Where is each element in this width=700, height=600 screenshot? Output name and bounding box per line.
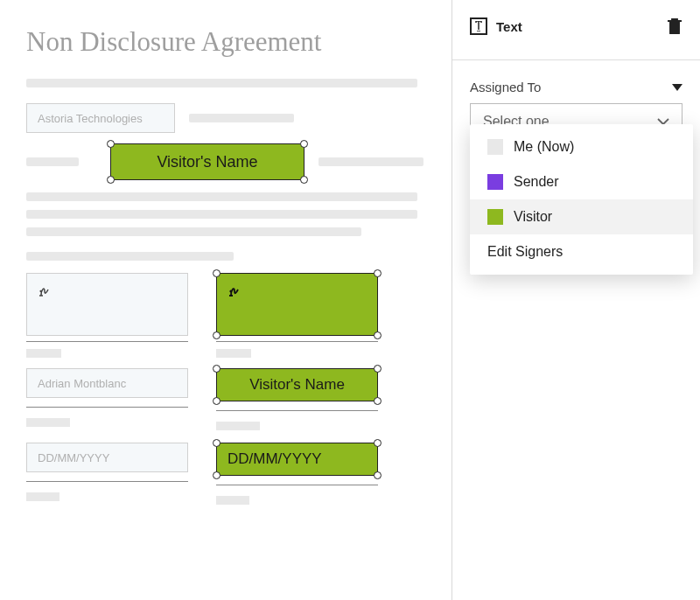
underline xyxy=(216,341,378,342)
text-line xyxy=(26,418,70,427)
resize-handle[interactable] xyxy=(213,397,220,405)
signature-icon xyxy=(228,283,254,300)
company-input[interactable]: Astoria Technologies xyxy=(26,103,175,133)
resize-handle[interactable] xyxy=(374,439,382,447)
text-field-icon xyxy=(470,17,487,35)
underline xyxy=(26,481,188,482)
option-label: Visitor xyxy=(514,209,552,225)
color-swatch-purple xyxy=(487,174,503,190)
field-label: DD/MM/YYYY xyxy=(228,450,322,468)
text-line xyxy=(26,157,79,166)
text-line xyxy=(26,492,60,501)
text-line xyxy=(216,496,249,505)
option-label: Edit Signers xyxy=(487,244,563,260)
text-line xyxy=(26,79,417,87)
svg-rect-0 xyxy=(670,22,680,33)
color-swatch-gray xyxy=(487,139,503,155)
name-input[interactable]: Adrian Montblanc xyxy=(26,368,188,398)
text-line xyxy=(216,349,251,358)
collapse-icon xyxy=(672,84,682,91)
dropdown-option-visitor[interactable]: Visitor xyxy=(470,199,693,234)
color-swatch-green xyxy=(487,209,503,225)
divider xyxy=(452,59,700,60)
resize-handle[interactable] xyxy=(374,331,382,339)
date-input[interactable]: DD/MM/YYYY xyxy=(26,443,188,472)
field-label: Visitor's Name xyxy=(249,376,345,394)
resize-handle[interactable] xyxy=(300,140,308,148)
trash-icon[interactable] xyxy=(667,17,682,35)
option-label: Me (Now) xyxy=(514,139,574,155)
visitor-name-field[interactable]: Visitor's Name xyxy=(110,143,304,180)
dropdown-edit-signers[interactable]: Edit Signers xyxy=(470,234,693,269)
dropdown-option-me[interactable]: Me (Now) xyxy=(470,129,693,164)
resize-handle[interactable] xyxy=(300,176,308,184)
text-line xyxy=(26,227,361,236)
field-label: Visitor's Name xyxy=(157,153,257,171)
signature-icon xyxy=(38,283,64,300)
underline xyxy=(26,341,188,342)
assignee-dropdown: Me (Now) Sender Visitor Edit Signers xyxy=(470,124,693,275)
text-line xyxy=(216,422,260,430)
resize-handle[interactable] xyxy=(374,471,382,479)
signature-box-visitor[interactable] xyxy=(216,273,378,336)
visitor-date-field[interactable]: DD/MM/YYYY xyxy=(216,443,378,476)
text-line xyxy=(26,252,234,261)
resize-handle[interactable] xyxy=(213,365,220,373)
properties-title: Text xyxy=(496,19,522,34)
assigned-to-label: Assigned To xyxy=(470,80,541,94)
underline xyxy=(26,407,188,408)
svg-rect-2 xyxy=(672,18,677,20)
resize-handle[interactable] xyxy=(213,439,220,447)
underline xyxy=(216,485,378,485)
document-title: Non Disclosure Agreement xyxy=(26,26,425,58)
properties-panel: Text Assigned To Select one Me (Now) xyxy=(452,0,700,600)
resize-handle[interactable] xyxy=(374,365,382,373)
resize-handle[interactable] xyxy=(107,176,115,184)
resize-handle[interactable] xyxy=(374,397,382,405)
assigned-to-section[interactable]: Assigned To xyxy=(470,80,682,94)
text-line xyxy=(26,210,417,219)
signature-box-sender[interactable] xyxy=(26,273,188,336)
svg-rect-1 xyxy=(668,20,682,22)
resize-handle[interactable] xyxy=(213,471,220,479)
underline xyxy=(216,410,378,411)
text-line xyxy=(189,114,294,122)
text-line xyxy=(26,349,61,358)
resize-handle[interactable] xyxy=(213,269,220,277)
option-label: Sender xyxy=(514,174,559,190)
text-line xyxy=(26,192,417,201)
document-panel: Non Disclosure Agreement Astoria Technol… xyxy=(0,0,452,600)
resize-handle[interactable] xyxy=(374,269,382,277)
resize-handle[interactable] xyxy=(213,331,220,339)
text-line xyxy=(318,157,424,166)
visitor-name-small-field[interactable]: Visitor's Name xyxy=(216,368,378,401)
dropdown-option-sender[interactable]: Sender xyxy=(470,164,693,199)
resize-handle[interactable] xyxy=(107,140,115,148)
